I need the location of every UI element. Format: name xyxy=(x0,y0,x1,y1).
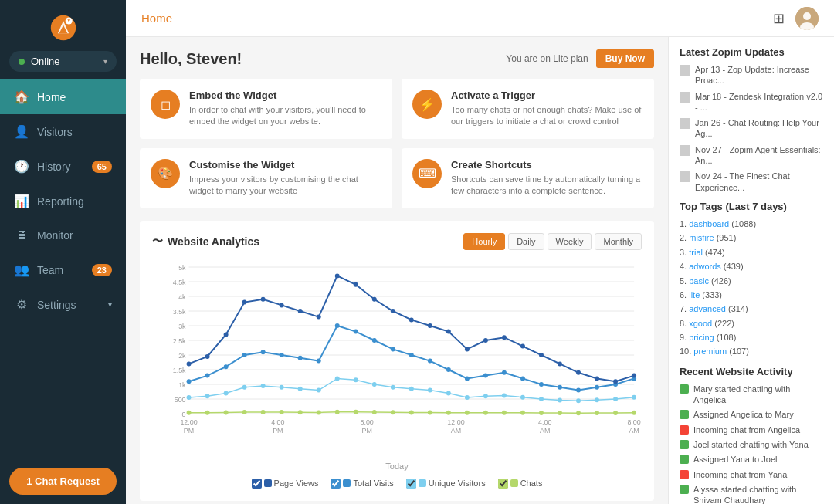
update-item[interactable]: Mar 18 - Zendesk Integration v2.0 - ... xyxy=(680,91,823,113)
svg-point-129 xyxy=(632,373,636,377)
tag-label[interactable]: xgood xyxy=(689,319,712,328)
sidebar-item-home[interactable]: 🏠 Home xyxy=(0,79,126,114)
svg-point-33 xyxy=(242,410,247,414)
svg-point-66 xyxy=(391,384,395,389)
activity-item: Joel started chatting with Yana xyxy=(680,439,823,450)
svg-point-117 xyxy=(409,317,414,322)
chart-legend: Page Views Total Visits Unique Visitors … xyxy=(152,479,642,489)
plan-text: You are on Lite plan xyxy=(506,53,588,64)
chart-filter-hourly[interactable]: Hourly xyxy=(463,233,505,250)
tags-title: Top Tags (Last 7 days) xyxy=(680,201,823,212)
chart-filter-daily[interactable]: Daily xyxy=(508,233,544,250)
update-item[interactable]: Apr 13 - Zop Update: Increase Proac... xyxy=(680,64,823,86)
update-text: Mar 18 - Zendesk Integration v2.0 - ... xyxy=(695,91,823,113)
svg-point-100 xyxy=(558,384,562,389)
svg-point-51 xyxy=(576,411,581,415)
tag-label[interactable]: dashboard xyxy=(689,219,729,228)
tag-label[interactable]: trial xyxy=(689,248,703,257)
activity-text: Alyssa started chatting with Shivam Chau… xyxy=(693,484,823,504)
svg-point-112 xyxy=(317,314,321,319)
activity-item: Mary started chatting with Angelica xyxy=(680,384,823,406)
tag-label[interactable]: lite xyxy=(689,290,700,299)
document-icon xyxy=(680,145,690,156)
sidebar-item-team[interactable]: 👥 Team 23 xyxy=(0,252,126,287)
svg-text:PM: PM xyxy=(184,427,194,435)
card-desc-embed: In order to chat with your visitors, you… xyxy=(189,104,381,128)
activity-text: Assigned Yana to Joel xyxy=(693,454,777,465)
svg-point-36 xyxy=(298,410,303,414)
svg-text:AM: AM xyxy=(629,427,639,435)
sidebar-item-settings[interactable]: ⚙ Settings ▾ xyxy=(0,287,126,322)
card-icon-trigger: ⚡ xyxy=(412,90,442,119)
svg-point-65 xyxy=(372,382,377,387)
sidebar-item-reporting[interactable]: 📊 Reporting xyxy=(0,184,126,218)
svg-point-80 xyxy=(187,379,192,384)
svg-point-73 xyxy=(520,394,525,399)
svg-point-106 xyxy=(205,353,210,358)
update-item[interactable]: Nov 27 - Zopim Agent Essentials: An... xyxy=(680,144,823,167)
tag-label[interactable]: basic xyxy=(689,276,709,286)
svg-point-40 xyxy=(372,410,377,414)
online-icon xyxy=(680,410,689,419)
chart-today-label: Today xyxy=(152,462,642,471)
svg-point-114 xyxy=(354,282,358,286)
document-icon xyxy=(680,65,690,76)
update-item[interactable]: Jan 26 - Chat Routing: Help Your Ag... xyxy=(680,117,823,140)
svg-text:4:00: 4:00 xyxy=(271,418,284,426)
svg-point-63 xyxy=(335,376,340,381)
tag-label[interactable]: advanced xyxy=(689,304,726,313)
svg-point-92 xyxy=(409,353,414,357)
svg-point-38 xyxy=(335,409,340,414)
svg-point-32 xyxy=(224,410,229,414)
svg-point-53 xyxy=(613,410,618,414)
svg-point-86 xyxy=(298,355,303,360)
tag-label[interactable]: adwords xyxy=(689,262,721,271)
card-title-embed: Embed the Widget xyxy=(189,90,381,101)
svg-point-59 xyxy=(261,383,266,387)
tag-label[interactable]: pricing xyxy=(689,333,714,342)
update-item[interactable]: Nov 24 - The Finest Chat Experience... xyxy=(680,171,823,193)
tag-label[interactable]: premium xyxy=(693,347,727,356)
card-trigger: ⚡ Activate a Trigger Too many chats or n… xyxy=(402,79,654,139)
svg-point-90 xyxy=(372,338,377,343)
status-selector[interactable]: Online ▾ xyxy=(9,51,117,72)
svg-point-88 xyxy=(335,323,340,328)
avatar[interactable] xyxy=(795,7,819,30)
svg-point-69 xyxy=(446,391,451,395)
sidebar-item-visitors[interactable]: 👤 Visitors xyxy=(0,114,126,149)
svg-point-107 xyxy=(224,332,229,337)
tag-item: 9. pricing (108) xyxy=(680,332,823,343)
activity-item: Alyssa started chatting with Shivam Chau… xyxy=(680,484,823,504)
online-icon xyxy=(680,485,689,494)
svg-point-101 xyxy=(576,387,581,392)
legend-label: Chats xyxy=(520,479,543,488)
svg-point-87 xyxy=(317,358,321,363)
tag-item: 5. basic (426) xyxy=(680,276,823,287)
svg-text:500: 500 xyxy=(175,396,186,404)
svg-point-55 xyxy=(187,395,192,400)
svg-text:3.5k: 3.5k xyxy=(173,308,186,316)
sidebar-item-monitor[interactable]: 🖥 Monitor xyxy=(0,218,126,252)
buy-now-button[interactable]: Buy Now xyxy=(596,49,654,68)
tag-label[interactable]: misfire xyxy=(689,233,714,242)
activity-text: Joel started chatting with Yana xyxy=(693,439,809,450)
alert-icon xyxy=(680,470,689,479)
update-text: Apr 13 - Zop Update: Increase Proac... xyxy=(695,64,823,86)
activity-item: Incoming chat from Angelica xyxy=(680,425,823,435)
svg-point-118 xyxy=(428,323,432,328)
sidebar-item-history[interactable]: 🕐 History 65 xyxy=(0,149,126,184)
update-text: Jan 26 - Chat Routing: Help Your Ag... xyxy=(695,117,823,140)
svg-text:AM: AM xyxy=(451,427,461,435)
sidebar: Online ▾ 🏠 Home 👤 Visitors 🕐 History 65 … xyxy=(0,0,126,504)
chart-filter-monthly[interactable]: Monthly xyxy=(595,233,642,250)
svg-point-31 xyxy=(205,410,210,414)
topbar-right: ⊞ xyxy=(773,7,819,30)
svg-point-89 xyxy=(354,329,358,333)
grid-icon[interactable]: ⊞ xyxy=(773,10,785,27)
card-desc-shortcuts: Shortcuts can save time by automatically… xyxy=(451,174,643,198)
chart-filter-weekly[interactable]: Weekly xyxy=(548,233,592,250)
chart-title: 〜 Website Analytics xyxy=(152,235,259,249)
chat-request-button[interactable]: 1 Chat Request xyxy=(9,468,117,495)
svg-point-115 xyxy=(372,296,377,301)
svg-point-124 xyxy=(539,353,544,357)
